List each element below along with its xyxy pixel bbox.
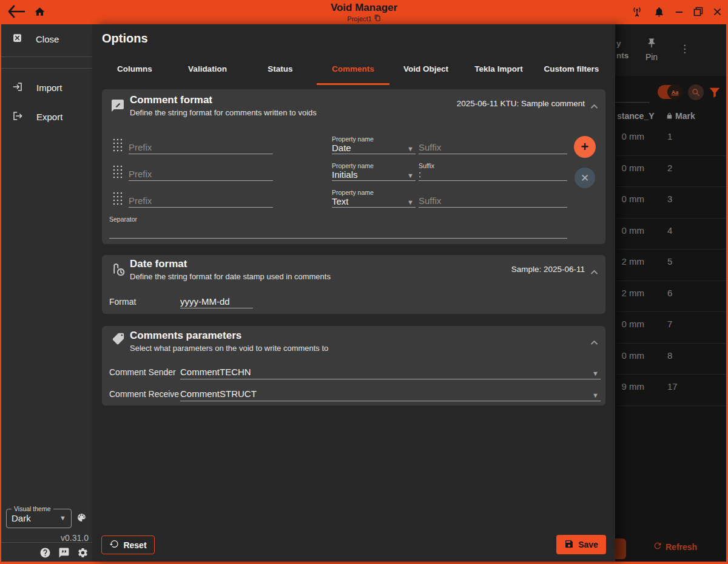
app-title: Void Manager xyxy=(331,2,397,14)
collapse-chevron-icon[interactable] xyxy=(590,337,598,348)
search-icon[interactable] xyxy=(688,84,704,100)
refresh-button[interactable]: Refresh xyxy=(653,541,697,552)
feedback-chat-icon[interactable] xyxy=(58,547,70,561)
separator-input[interactable] xyxy=(109,225,567,239)
home-icon[interactable] xyxy=(34,6,46,18)
chevron-down-icon[interactable]: ▼ xyxy=(407,145,414,152)
prefix-input[interactable] xyxy=(129,194,273,208)
background-toolbar: y nts Pin ⋮ xyxy=(615,24,726,76)
drag-handle-icon[interactable] xyxy=(112,191,123,205)
collapse-chevron-icon[interactable] xyxy=(590,267,598,277)
chevron-down-icon[interactable]: ▼ xyxy=(407,172,414,179)
options-tabs: Columns Validation Status Comments Void … xyxy=(98,56,608,85)
kebab-menu-icon[interactable]: ⋮ xyxy=(679,42,690,55)
remove-row-button[interactable]: ✕ xyxy=(575,168,595,188)
toggle-knob: Aa xyxy=(667,84,682,100)
property-name-label: Property name xyxy=(332,162,374,169)
tab-void-object[interactable]: Void Object xyxy=(389,56,462,85)
project-name: Project1 xyxy=(347,15,371,22)
sidebar-export-button[interactable]: Export xyxy=(12,109,62,124)
table-row[interactable]: 0 mm4 xyxy=(615,219,726,250)
table-row[interactable]: 0 mm8 xyxy=(615,344,726,375)
comment-receive-value[interactable]: CommentSTRUCT xyxy=(180,389,257,399)
drag-handle-icon[interactable] xyxy=(112,165,123,178)
section-title: Comments parameters xyxy=(130,330,241,342)
chevron-down-icon[interactable]: ▼ xyxy=(592,370,599,377)
column-mark-header[interactable]: Mark xyxy=(666,111,695,121)
property-select-value[interactable]: Date xyxy=(332,143,351,153)
filter-icon[interactable] xyxy=(708,86,721,101)
tab-custom-filters[interactable]: Custom filters xyxy=(535,56,608,85)
tab-columns[interactable]: Columns xyxy=(98,56,171,85)
table-row[interactable]: 0 mm3 xyxy=(615,187,726,219)
add-row-button[interactable]: + xyxy=(574,136,596,158)
table-row[interactable]: 0 mm1 xyxy=(615,124,726,156)
divider xyxy=(1,56,92,57)
save-button[interactable]: Save xyxy=(556,535,606,554)
pin-button[interactable]: Pin xyxy=(638,38,665,62)
notifications-bell-icon[interactable] xyxy=(653,6,665,18)
suffix-input[interactable] xyxy=(419,168,567,181)
tab-comments[interactable]: Comments xyxy=(317,56,389,85)
table-row[interactable]: 9 mm17 xyxy=(615,375,726,406)
sidebar-import-button[interactable]: Import xyxy=(12,80,62,95)
options-panel: Options Columns Validation Status Commen… xyxy=(92,24,615,562)
settings-gear-icon[interactable] xyxy=(77,547,89,561)
chevron-down-icon: ▼ xyxy=(59,514,66,522)
clipped-action-button[interactable] xyxy=(615,539,626,559)
tab-tekla-import[interactable]: Tekla Import xyxy=(462,56,535,85)
date-format-input[interactable] xyxy=(180,295,253,308)
copy-icon[interactable] xyxy=(374,15,381,22)
prefix-input[interactable] xyxy=(129,168,273,181)
table-row[interactable]: 2 mm5 xyxy=(615,250,726,281)
comment-format-card: Comment format Define the string format … xyxy=(102,89,605,244)
underline xyxy=(180,401,601,401)
chevron-down-icon[interactable]: ▼ xyxy=(407,199,414,206)
property-name-label: Property name xyxy=(332,189,374,196)
help-icon[interactable] xyxy=(39,547,51,561)
section-subtitle: Define the string format for comments wr… xyxy=(130,108,317,117)
divider xyxy=(1,542,92,543)
reset-button[interactable]: Reset xyxy=(101,535,155,554)
refresh-label: Refresh xyxy=(666,542,697,552)
restore-window-icon[interactable] xyxy=(693,7,703,16)
minimize-icon[interactable] xyxy=(675,7,684,16)
chevron-down-icon[interactable]: ▼ xyxy=(592,392,599,399)
property-select-value[interactable]: Text xyxy=(332,196,349,206)
page-title: Options xyxy=(102,32,148,46)
collapse-chevron-icon[interactable] xyxy=(590,101,598,112)
prefix-input[interactable] xyxy=(129,141,273,154)
export-icon xyxy=(12,110,23,123)
table-row[interactable]: 0 mm2 xyxy=(615,156,726,188)
section-title: Comment format xyxy=(130,94,212,106)
suffix-input[interactable] xyxy=(419,141,567,154)
comment-receive-label: Comment Receive xyxy=(109,389,179,399)
table-row[interactable]: 2 mm6 xyxy=(615,281,726,313)
column-distance-header[interactable]: stance_Y xyxy=(617,111,654,121)
pushpin-icon xyxy=(638,38,665,51)
tag-icon xyxy=(112,332,125,348)
sidebar-close-button[interactable]: Close xyxy=(12,32,59,46)
visual-theme-value: Dark xyxy=(12,513,31,523)
comments-parameters-card: Comments parameters Select what paramete… xyxy=(102,326,605,406)
table-header: stance_Y Mark xyxy=(615,109,726,124)
suffix-input[interactable] xyxy=(419,194,567,208)
back-arrow-icon[interactable] xyxy=(6,4,25,19)
property-select-value[interactable]: Initials xyxy=(332,169,358,180)
case-sensitive-toggle[interactable]: Aa xyxy=(658,85,682,99)
wrench-clock-icon xyxy=(111,262,126,280)
tab-status[interactable]: Status xyxy=(244,56,317,85)
app-window: Void Manager Project1 xyxy=(0,0,728,564)
table-row[interactable]: 0 mm7 xyxy=(615,312,726,344)
close-window-icon[interactable] xyxy=(713,7,722,16)
visual-theme-select[interactable]: Visual theme Dark ▼ xyxy=(6,509,72,528)
palette-icon[interactable] xyxy=(76,512,87,525)
broadcast-icon[interactable] xyxy=(630,5,644,18)
reset-icon xyxy=(109,539,119,551)
drag-handle-icon[interactable] xyxy=(112,138,123,152)
underline xyxy=(180,379,601,379)
sidebar-export-label: Export xyxy=(36,112,62,122)
section-title: Date format xyxy=(130,258,187,270)
comment-sender-value[interactable]: CommentTECHN xyxy=(180,367,251,377)
tab-validation[interactable]: Validation xyxy=(171,56,244,85)
